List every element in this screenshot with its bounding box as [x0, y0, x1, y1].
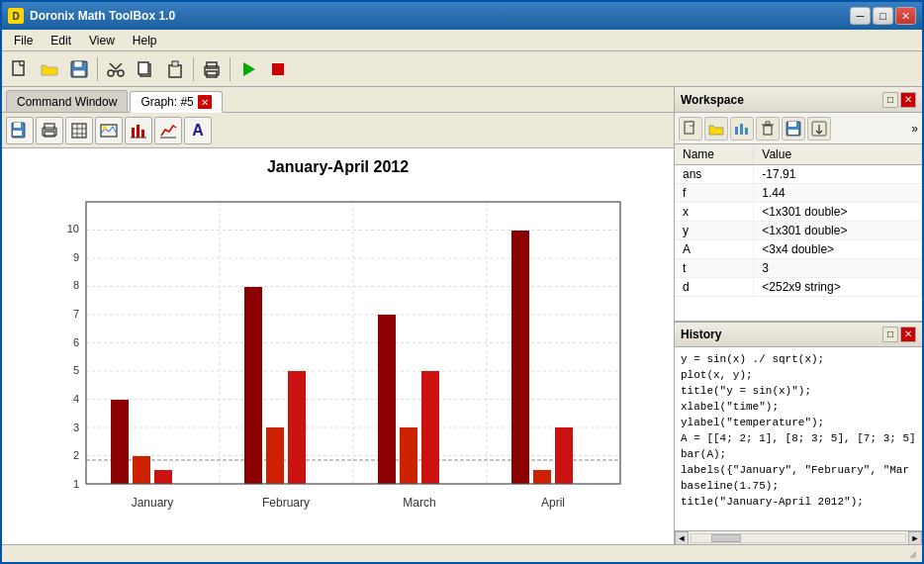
svg-rect-69 [764, 126, 772, 135]
svg-rect-8 [169, 65, 181, 77]
ws-row-value: 3 [754, 259, 922, 278]
copy-button[interactable] [132, 55, 159, 83]
ws-row-name: y [675, 222, 754, 240]
svg-rect-68 [745, 128, 748, 135]
scroll-thumb [711, 534, 741, 542]
svg-rect-30 [141, 130, 144, 138]
graph-save-button[interactable] [6, 117, 34, 144]
workspace-table: Name Value ans-17.91f1.44x<1x301 double>… [675, 144, 922, 322]
svg-text:4: 4 [72, 393, 78, 405]
stop-button[interactable] [264, 55, 292, 83]
ws-row-name: t [675, 259, 754, 278]
size-grip-icon [906, 548, 918, 560]
graph-grid-button[interactable] [65, 117, 93, 144]
menu-view[interactable]: View [81, 32, 123, 49]
svg-rect-66 [735, 127, 738, 135]
ws-new-btn[interactable] [679, 117, 702, 141]
ws-load-btn[interactable] [807, 117, 831, 141]
table-row[interactable]: x<1x301 double> [675, 203, 922, 222]
right-panel: Workspace □ ✕ [675, 87, 922, 544]
maximize-button[interactable]: □ [873, 7, 893, 25]
list-item: plot(x, y); [681, 367, 916, 383]
svg-rect-2 [74, 61, 82, 67]
tab-command-window[interactable]: Command Window [6, 90, 128, 112]
table-row[interactable]: f1.44 [675, 184, 922, 203]
menu-help[interactable]: Help [125, 32, 165, 49]
ws-row-value: 1.44 [754, 184, 922, 203]
left-panel: Command Window Graph: #5 ✕ [2, 87, 675, 544]
menu-edit[interactable]: Edit [43, 32, 79, 49]
chart-title: January-April 2012 [12, 158, 664, 176]
ws-open-btn[interactable] [704, 117, 728, 141]
table-row[interactable]: t3 [675, 259, 922, 278]
history-scrollbar[interactable]: ◄ ► [675, 530, 922, 544]
save-button[interactable] [65, 55, 93, 83]
close-button[interactable]: ✕ [895, 7, 916, 25]
main-layout: Command Window Graph: #5 ✕ [2, 87, 922, 544]
ws-row-value: <1x301 double> [754, 222, 922, 240]
svg-rect-9 [172, 61, 178, 66]
graph-image-button[interactable] [95, 117, 123, 144]
svg-rect-21 [72, 124, 86, 138]
svg-rect-67 [740, 124, 743, 135]
workspace-expand-btn[interactable]: » [911, 122, 918, 136]
scroll-left-btn[interactable]: ◄ [675, 531, 689, 545]
graph-bar-button[interactable] [125, 117, 152, 144]
svg-rect-29 [137, 125, 139, 138]
paste-button[interactable] [161, 55, 189, 83]
ws-chart-btn[interactable] [730, 117, 754, 141]
list-item: y = sin(x) ./ sqrt(x); [681, 351, 916, 367]
ws-row-name: x [675, 203, 754, 222]
graph-line-button[interactable] [154, 117, 182, 144]
history-close-button[interactable]: ✕ [900, 327, 916, 342]
ws-save-btn[interactable] [782, 117, 805, 141]
workspace-title: Workspace [681, 93, 744, 107]
svg-text:6: 6 [72, 336, 78, 348]
svg-text:2: 2 [72, 449, 78, 461]
toolbar-separator-1 [97, 57, 98, 81]
scroll-track[interactable] [691, 533, 906, 543]
history-undock-button[interactable]: □ [882, 327, 898, 342]
svg-point-5 [118, 70, 124, 76]
svg-point-27 [103, 126, 107, 130]
svg-text:8: 8 [72, 279, 78, 291]
tab-graph5[interactable]: Graph: #5 ✕ [130, 91, 222, 113]
print-button[interactable] [198, 55, 226, 83]
cut-button[interactable] [102, 55, 130, 83]
window-controls: ─ □ ✕ [850, 7, 916, 25]
svg-rect-16 [14, 123, 21, 128]
table-row[interactable]: ans-17.91 [675, 165, 922, 184]
svg-text:7: 7 [72, 308, 78, 320]
status-bar [2, 544, 922, 562]
workspace-close-button[interactable]: ✕ [900, 92, 916, 108]
svg-text:10: 10 [66, 223, 78, 235]
open-button[interactable] [36, 55, 63, 83]
svg-text:9: 9 [72, 251, 78, 263]
history-content: y = sin(x) ./ sqrt(x);plot(x, y);title("… [675, 347, 922, 531]
ws-row-value: -17.91 [754, 165, 922, 184]
menu-bar: File Edit View Help [2, 30, 922, 51]
table-row[interactable]: d<252x9 string> [675, 278, 922, 297]
new-button[interactable] [6, 55, 34, 83]
svg-rect-11 [207, 62, 217, 68]
col-name-header: Name [675, 144, 754, 165]
apr-bar3 [555, 427, 573, 484]
mar-bar1 [378, 315, 396, 484]
svg-text:March: March [403, 496, 435, 510]
table-row[interactable]: y<1x301 double> [675, 222, 922, 240]
scroll-right-btn[interactable]: ► [908, 531, 922, 545]
apr-bar2 [533, 470, 551, 484]
run-button[interactable] [234, 55, 262, 83]
graph-print-button[interactable] [36, 117, 63, 144]
svg-point-4 [108, 70, 114, 76]
menu-file[interactable]: File [6, 32, 41, 49]
workspace-undock-button[interactable]: □ [882, 92, 898, 108]
graph-text-button[interactable]: A [184, 117, 212, 144]
list-item: xlabel("time"); [681, 399, 916, 415]
table-row[interactable]: A<3x4 double> [675, 240, 922, 259]
ws-delete-btn[interactable] [756, 117, 780, 141]
svg-text:5: 5 [72, 364, 78, 376]
svg-rect-17 [13, 131, 22, 136]
minimize-button[interactable]: ─ [850, 7, 871, 25]
tab-close-button[interactable]: ✕ [198, 95, 212, 109]
